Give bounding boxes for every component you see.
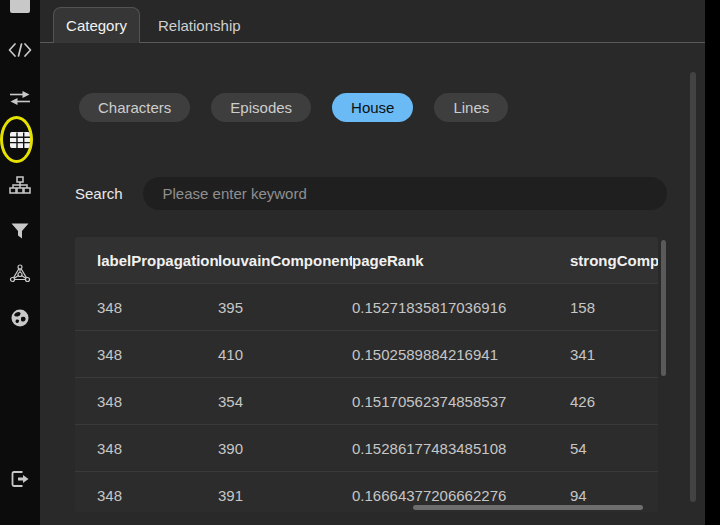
cell: 158	[570, 299, 658, 316]
cell: 0.16664377206662276	[352, 487, 570, 504]
table-row[interactable]: 348 390 0.15286177483485108 54	[75, 424, 658, 471]
tab-category-label: Category	[66, 17, 127, 34]
cell: 348	[97, 440, 218, 457]
cell: 348	[97, 346, 218, 363]
tab-bar: Category Relationship	[40, 0, 705, 43]
cell: 426	[570, 393, 658, 410]
cell: 0.15271835817036916	[352, 299, 570, 316]
main-panel: Category Relationship Characters Episode…	[40, 0, 705, 525]
tab-relationship[interactable]: Relationship	[148, 7, 251, 43]
code-icon[interactable]	[7, 42, 33, 58]
cell: 354	[218, 393, 352, 410]
search-input[interactable]	[143, 177, 667, 210]
tab-category[interactable]: Category	[53, 7, 140, 43]
cell: 395	[218, 299, 352, 316]
file-icon[interactable]	[10, 0, 30, 13]
cell: 410	[218, 346, 352, 363]
swap-arrows-icon[interactable]	[8, 90, 32, 106]
table-row[interactable]: 348 354 0.15170562374858537 426	[75, 377, 658, 424]
filter-pill-characters[interactable]: Characters	[79, 93, 190, 122]
cell: 348	[97, 393, 218, 410]
filter-pill-episodes[interactable]: Episodes	[211, 93, 311, 122]
page-scrollbar[interactable]	[690, 72, 696, 502]
search-row: Search	[75, 177, 667, 210]
cell: 0.15286177483485108	[352, 440, 570, 457]
table-row[interactable]: 348 395 0.15271835817036916 158	[75, 283, 658, 330]
table-horizontal-scrollbar[interactable]	[413, 505, 643, 510]
cell: 341	[570, 346, 658, 363]
cell: 0.1502589884216941	[352, 346, 570, 363]
search-label: Search	[75, 185, 123, 202]
cell: 54	[570, 440, 658, 457]
cell: 348	[97, 487, 218, 504]
logout-icon[interactable]	[10, 470, 30, 488]
tab-relationship-label: Relationship	[158, 17, 241, 34]
column-header: strongComponentId	[570, 252, 658, 269]
hierarchy-icon[interactable]	[9, 176, 31, 195]
category-filter-group: Characters Episodes House Lines	[79, 93, 508, 122]
table-header-row: labelPropagationId louvainComponentId pa…	[75, 237, 658, 283]
table-icon[interactable]	[9, 131, 31, 149]
cell: 0.15170562374858537	[352, 393, 570, 410]
cell: 391	[218, 487, 352, 504]
data-table: labelPropagationId louvainComponentId pa…	[75, 237, 658, 512]
cell: 348	[97, 299, 218, 316]
sidebar	[0, 0, 40, 525]
filter-icon[interactable]	[10, 222, 30, 240]
table-vertical-scrollbar[interactable]	[661, 240, 666, 376]
table-row[interactable]: 348 410 0.1502589884216941 341	[75, 330, 658, 377]
column-header: pageRank	[352, 252, 570, 269]
column-header: louvainComponentId	[218, 252, 352, 269]
cell: 390	[218, 440, 352, 457]
cell: 94	[570, 487, 658, 504]
column-header: labelPropagationId	[97, 252, 218, 269]
filter-pill-lines[interactable]: Lines	[434, 93, 508, 122]
app-window: Category Relationship Characters Episode…	[0, 0, 720, 525]
globe-icon[interactable]	[10, 308, 30, 328]
network-graph-icon[interactable]	[9, 263, 31, 283]
filter-pill-house[interactable]: House	[332, 93, 413, 122]
